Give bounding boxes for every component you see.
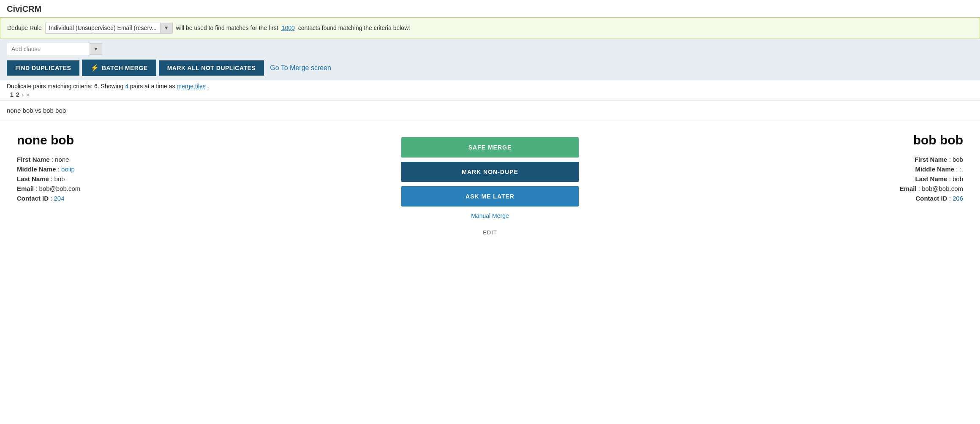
mark-non-dupe-button[interactable]: MARK NON-DUPE (401, 162, 579, 182)
left-contact-panel: none bob First Name : none Middle Name :… (17, 133, 401, 204)
manual-merge-link[interactable]: Manual Merge (471, 211, 509, 221)
next-single-icon[interactable]: › (22, 91, 24, 98)
right-first-name-colon: : (949, 156, 953, 163)
left-email-value: bob@bob.com (39, 185, 81, 192)
safe-merge-button[interactable]: SAFE MERGE (401, 137, 579, 158)
left-first-name-field: First Name : none (17, 156, 401, 163)
dedupe-rule-select-wrapper[interactable]: Individual (Unsupervised) Email (reserv.… (45, 22, 173, 34)
right-contact-id-label: Contact ID (915, 195, 947, 202)
right-contact-id-colon: : (949, 195, 953, 202)
left-middle-name-colon: : (58, 166, 60, 173)
go-to-merge-link[interactable]: Go To Merge screen (267, 64, 335, 72)
right-email-value: bob@bob.com (922, 185, 963, 192)
left-last-name-value: bob (54, 175, 65, 182)
right-middle-name-label: Middle Name (915, 166, 955, 173)
dedupe-rule-suffix: will be used to find matches for the fir… (176, 24, 278, 31)
right-contact-name: bob bob (913, 133, 963, 147)
dedupe-rule-count: 1000 (282, 24, 295, 31)
left-last-name-field: Last Name : bob (17, 175, 401, 182)
add-clause-input[interactable] (7, 43, 90, 55)
stats-text3: . (207, 83, 209, 90)
right-middle-name-field: Middle Name : :. (915, 166, 963, 173)
mark-all-not-dupes-button[interactable]: MARK ALL NOT DUPLICATES (159, 60, 264, 76)
page-1[interactable]: 1 (10, 91, 14, 98)
left-contact-id-label: Contact ID (17, 195, 49, 202)
left-contact-name: none bob (17, 133, 401, 147)
left-first-name-colon: : (52, 156, 55, 163)
right-contact-id-field: Contact ID : 206 (915, 195, 963, 202)
left-first-name-label: First Name (17, 156, 50, 163)
right-last-name-value: bob (953, 175, 963, 182)
batch-merge-label: BATCH MERGE (102, 65, 148, 71)
right-middle-name-value: :. (960, 166, 963, 173)
right-email-label: Email (900, 185, 917, 192)
right-first-name-value: bob (953, 156, 963, 163)
app-title: CiviCRM (0, 0, 980, 17)
clause-row: ▼ (7, 43, 973, 55)
left-email-label: Email (17, 185, 34, 192)
stats-text: Duplicate pairs matching criteria: 6. Sh… (7, 83, 123, 90)
right-last-name-field: Last Name : bob (915, 175, 963, 182)
toolbar-section: ▼ FIND DUPLICATES ⚡ BATCH MERGE MARK ALL… (0, 38, 980, 80)
merge-tiles-link[interactable]: merge tiles (177, 83, 205, 90)
right-middle-name-colon: : (956, 166, 958, 173)
left-email-colon: : (35, 185, 39, 192)
left-last-name-label: Last Name (17, 175, 49, 182)
batch-merge-button[interactable]: ⚡ BATCH MERGE (82, 60, 156, 76)
pagination-row: 1 2 › » (0, 90, 980, 101)
page-2[interactable]: 2 (16, 91, 19, 98)
left-first-name-value: none (55, 156, 69, 163)
ask-me-later-button[interactable]: ASK ME LATER (401, 186, 579, 207)
dedupe-rule-dropdown-arrow[interactable]: ▼ (160, 23, 172, 33)
pair-body: none bob First Name : none Middle Name :… (0, 120, 980, 255)
left-middle-name-value[interactable]: ooiip (61, 166, 75, 173)
left-contact-id-field: Contact ID : 204 (17, 195, 401, 202)
right-last-name-colon: : (949, 175, 953, 182)
middle-panel: SAFE MERGE MARK NON-DUPE ASK ME LATER Ma… (401, 133, 579, 242)
left-middle-name-label: Middle Name (17, 166, 56, 173)
next-double-icon[interactable]: » (26, 91, 30, 98)
right-first-name-label: First Name (915, 156, 947, 163)
right-contact-panel: bob bob First Name : bob Middle Name : :… (579, 133, 963, 204)
right-email-field: Email : bob@bob.com (900, 185, 963, 192)
stats-row: Duplicate pairs matching criteria: 6. Sh… (0, 80, 980, 90)
dedupe-rule-select[interactable]: Individual (Unsupervised) Email (reserv.… (46, 22, 160, 33)
right-email-colon: : (918, 185, 922, 192)
dedupe-rule-label: Dedupe Rule (7, 24, 42, 31)
left-contact-id-colon: : (50, 195, 54, 202)
right-first-name-field: First Name : bob (915, 156, 963, 163)
add-clause-dropdown-arrow[interactable]: ▼ (90, 43, 102, 55)
edit-label: EDIT (483, 225, 497, 242)
stats-count-link[interactable]: 4 (125, 83, 128, 90)
pair-header: none bob vs bob bob (0, 101, 980, 120)
right-last-name-label: Last Name (915, 175, 947, 182)
left-email-field: Email : bob@bob.com (17, 185, 401, 192)
dedupe-rule-bar: Dedupe Rule Individual (Unsupervised) Em… (0, 17, 980, 38)
left-contact-id-value[interactable]: 204 (54, 195, 65, 202)
dedupe-rule-suffix2: contacts found matching the criteria bel… (298, 24, 410, 31)
left-middle-name-field: Middle Name : ooiip (17, 166, 401, 173)
stats-text2: pairs at a time as (130, 83, 175, 90)
button-row: FIND DUPLICATES ⚡ BATCH MERGE MARK ALL N… (7, 60, 973, 76)
right-contact-id-value[interactable]: 206 (953, 195, 963, 202)
lightning-icon: ⚡ (90, 64, 99, 72)
find-duplicates-button[interactable]: FIND DUPLICATES (7, 60, 79, 76)
pair-section: none bob vs bob bob none bob First Name … (0, 101, 980, 255)
